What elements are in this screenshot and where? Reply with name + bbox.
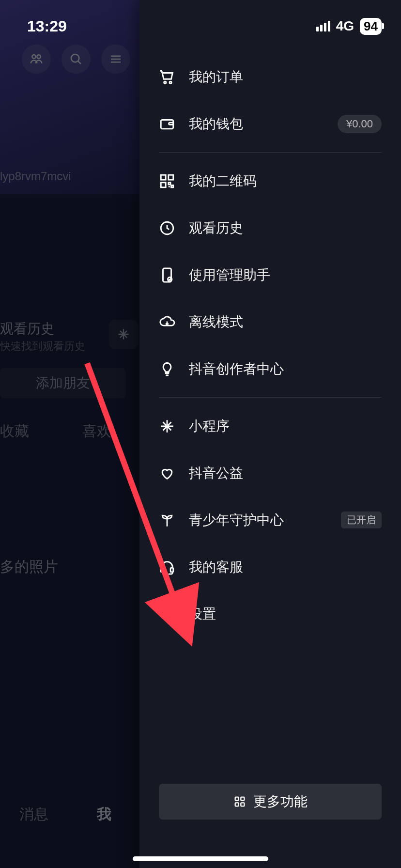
bottom-nav: 消息 我 xyxy=(19,805,111,824)
menu-customer-service[interactable]: 我的客服 xyxy=(159,543,382,590)
home-indicator xyxy=(133,856,268,861)
menu-creator-center[interactable]: 抖音创作者中心 xyxy=(159,345,382,392)
menu-label: 我的二维码 xyxy=(189,172,382,190)
svg-point-14 xyxy=(165,612,170,616)
svg-point-4 xyxy=(170,81,171,83)
menu-settings[interactable]: 设置 xyxy=(159,590,382,637)
menu-label: 我的钱包 xyxy=(189,115,324,133)
side-drawer: 我的订单 我的钱包 ¥0.00 我的二维码 观看历史 使 xyxy=(139,0,401,868)
cart-icon xyxy=(159,69,175,85)
menu-usage-assistant[interactable]: 使用管理助手 xyxy=(159,251,382,298)
friends-icon[interactable] xyxy=(22,45,51,74)
svg-rect-8 xyxy=(161,182,166,187)
menu-label: 小程序 xyxy=(189,417,382,435)
menu-label: 设置 xyxy=(189,605,382,623)
svg-rect-18 xyxy=(241,803,244,806)
top-icon-row xyxy=(22,45,130,74)
sparkle-button[interactable] xyxy=(109,320,138,349)
signal-icon xyxy=(316,21,330,31)
headset-icon xyxy=(159,559,175,575)
svg-rect-13 xyxy=(170,568,173,572)
menu-qrcode[interactable]: 我的二维码 xyxy=(159,157,382,204)
svg-rect-12 xyxy=(161,568,164,572)
menu-charity[interactable]: 抖音公益 xyxy=(159,450,382,496)
cloud-download-icon xyxy=(159,314,175,330)
sparkle-icon xyxy=(159,418,175,434)
tab-collect[interactable]: 收藏 xyxy=(0,421,29,441)
menu-label: 抖音创作者中心 xyxy=(189,360,382,378)
username: lyp8rvm7mcvi xyxy=(0,170,71,183)
svg-point-2 xyxy=(71,54,79,62)
tab-like[interactable]: 喜欢 xyxy=(82,421,111,441)
wallet-icon xyxy=(159,116,175,132)
menu-my-orders[interactable]: 我的订单 xyxy=(159,53,382,100)
svg-rect-15 xyxy=(235,797,239,801)
menu-label: 离线模式 xyxy=(189,313,382,331)
nav-messages[interactable]: 消息 xyxy=(19,805,48,824)
svg-rect-7 xyxy=(169,175,173,180)
menu-label: 使用管理助手 xyxy=(189,266,382,284)
grid-icon xyxy=(233,795,247,808)
menu-label: 我的客服 xyxy=(189,558,382,576)
heart-ribbon-icon xyxy=(159,465,175,481)
add-friend-button[interactable]: 添加朋友 xyxy=(0,368,126,398)
menu-label: 我的订单 xyxy=(189,68,382,86)
status-time: 13:29 xyxy=(27,17,67,35)
menu-label: 观看历史 xyxy=(189,219,382,237)
battery-indicator: 94 xyxy=(360,18,382,35)
svg-rect-16 xyxy=(241,797,244,801)
qrcode-icon xyxy=(159,173,175,189)
menu-mini-program[interactable]: 小程序 xyxy=(159,403,382,450)
sprout-icon xyxy=(159,512,175,528)
network-label: 4G xyxy=(336,18,354,34)
clock-icon xyxy=(159,220,175,236)
more-functions-button[interactable]: 更多功能 xyxy=(159,784,382,820)
nav-me[interactable]: 我 xyxy=(97,805,111,824)
wallet-balance-badge: ¥0.00 xyxy=(338,115,382,133)
svg-rect-6 xyxy=(161,175,166,180)
history-subtitle: 快速找到观看历史 xyxy=(0,339,85,354)
gear-icon xyxy=(159,606,175,622)
history-title: 观看历史 xyxy=(0,320,54,338)
photos-label: 多的照片 xyxy=(0,557,58,577)
menu-offline-mode[interactable]: 离线模式 xyxy=(159,298,382,345)
svg-point-1 xyxy=(37,55,41,59)
menu-icon[interactable] xyxy=(101,45,130,74)
enabled-badge: 已开启 xyxy=(341,512,382,528)
menu-label: 抖音公益 xyxy=(189,464,382,482)
divider xyxy=(159,397,382,398)
menu-my-wallet[interactable]: 我的钱包 ¥0.00 xyxy=(159,100,382,147)
menu-watch-history[interactable]: 观看历史 xyxy=(159,204,382,251)
phone-manage-icon xyxy=(159,267,175,283)
svg-point-0 xyxy=(32,55,36,59)
svg-point-3 xyxy=(164,81,166,83)
status-bar: 13:29 4G 94 xyxy=(0,0,401,43)
status-right: 4G 94 xyxy=(316,18,382,35)
search-icon[interactable] xyxy=(62,45,91,74)
menu-label: 青少年守护中心 xyxy=(189,511,327,529)
more-functions-label: 更多功能 xyxy=(253,792,308,811)
divider xyxy=(159,152,382,153)
bulb-icon xyxy=(159,361,175,377)
profile-tabs: 收藏 喜欢 xyxy=(0,421,111,441)
svg-rect-17 xyxy=(235,803,239,806)
menu-youth-guardian[interactable]: 青少年守护中心 已开启 xyxy=(159,496,382,543)
